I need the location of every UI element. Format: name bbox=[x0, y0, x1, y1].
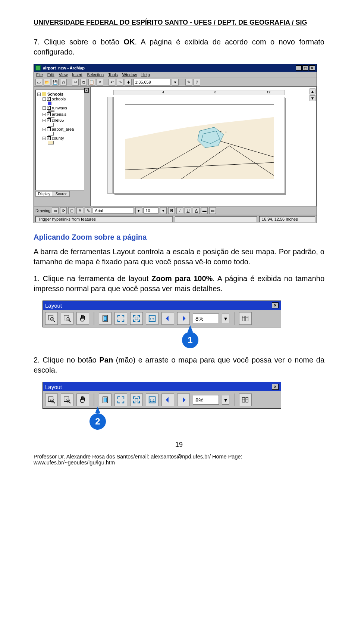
tree-collapse-icon[interactable]: − bbox=[37, 93, 41, 96]
font-dropdown[interactable]: ▾ bbox=[135, 207, 142, 214]
toggle-draft-mode-button[interactable] bbox=[239, 393, 252, 406]
save-button[interactable]: 💾 bbox=[52, 79, 59, 85]
svg-line-11 bbox=[54, 321, 55, 322]
fixed-zoom-in-button[interactable] bbox=[114, 312, 127, 325]
minimize-button[interactable]: _ bbox=[296, 65, 302, 71]
maximize-button[interactable]: □ bbox=[302, 65, 308, 71]
tree-collapse-icon[interactable]: − bbox=[43, 137, 46, 140]
redo-button[interactable]: ↷ bbox=[117, 79, 123, 85]
add-data-button[interactable]: ✚ bbox=[125, 79, 132, 85]
help-button[interactable]: ? bbox=[194, 79, 200, 85]
pan-page-button[interactable] bbox=[76, 393, 89, 406]
layer-name: runways bbox=[52, 106, 67, 110]
font-size-dropdown[interactable]: ▾ bbox=[160, 207, 167, 214]
zoom-percent-dropdown[interactable]: ▾ bbox=[222, 395, 229, 405]
layer-checkbox[interactable] bbox=[47, 97, 51, 101]
zoom-percent-dropdown[interactable]: ▾ bbox=[222, 314, 229, 323]
scale-input[interactable]: 1:35,659 bbox=[133, 79, 170, 85]
layout-toolbar-close-button[interactable]: × bbox=[272, 302, 279, 308]
layer-checkbox[interactable] bbox=[47, 127, 51, 131]
menu-file[interactable]: File bbox=[36, 72, 43, 77]
menu-insert[interactable]: Insert bbox=[72, 72, 82, 77]
draw-text-button[interactable]: A bbox=[76, 207, 83, 214]
menu-view[interactable]: View bbox=[59, 72, 68, 77]
zoom-whole-page-button[interactable] bbox=[99, 393, 112, 406]
pan-page-button[interactable] bbox=[76, 312, 89, 325]
scroll-down-button[interactable]: ▼ bbox=[310, 95, 315, 101]
toc-tree[interactable]: −Schools −schools −runways −arterials −c… bbox=[35, 90, 84, 190]
fill-color-button[interactable]: ▬ bbox=[201, 207, 208, 214]
new-button[interactable]: ▭ bbox=[35, 79, 42, 85]
fixed-zoom-out-button[interactable] bbox=[130, 393, 143, 406]
draw-shape-button[interactable]: ◻ bbox=[68, 207, 75, 214]
line-color-button[interactable]: ▭ bbox=[209, 207, 216, 214]
paste-button[interactable]: 📋 bbox=[88, 79, 95, 85]
ruler-mark: 8 bbox=[214, 90, 216, 94]
underline-button[interactable]: U bbox=[185, 207, 191, 214]
italic-button[interactable]: I bbox=[176, 207, 183, 214]
menu-selection[interactable]: Selection bbox=[87, 72, 104, 77]
fixed-zoom-in-button[interactable] bbox=[114, 393, 127, 406]
close-button[interactable]: × bbox=[309, 65, 315, 71]
menu-tools[interactable]: Tools bbox=[108, 72, 118, 77]
menu-edit[interactable]: Edit bbox=[47, 72, 54, 77]
editor-toolbar-button[interactable]: ✎ bbox=[185, 79, 192, 85]
zoom-100-button[interactable]: 1:1 bbox=[146, 393, 158, 406]
go-forward-extent-button[interactable] bbox=[177, 312, 190, 325]
scroll-up-button[interactable]: ▲ bbox=[310, 88, 315, 94]
menu-window[interactable]: Window bbox=[122, 72, 137, 77]
layer-swatch bbox=[48, 132, 54, 136]
zoom-100-button[interactable]: 1:1 bbox=[146, 312, 158, 325]
layout-toolbar-title: Layout bbox=[45, 302, 62, 309]
go-back-extent-button[interactable] bbox=[161, 312, 174, 325]
font-select[interactable]: Arial bbox=[93, 208, 134, 214]
zoom-in-page-button[interactable] bbox=[45, 393, 58, 406]
toggle-draft-mode-button[interactable] bbox=[239, 312, 252, 325]
layer-checkbox[interactable] bbox=[47, 136, 51, 140]
zoom-percent-input[interactable]: 8% bbox=[193, 395, 219, 405]
tree-collapse-icon[interactable]: − bbox=[43, 113, 46, 116]
layout-toolbar-1: Layout × 1:1 8% ▾ bbox=[43, 301, 281, 327]
open-button[interactable]: 📂 bbox=[44, 79, 50, 85]
toc-tab-display[interactable]: Display bbox=[35, 191, 53, 197]
layer-checkbox[interactable] bbox=[47, 112, 51, 116]
svg-line-34 bbox=[69, 402, 71, 404]
print-button[interactable]: ⎙ bbox=[60, 79, 67, 85]
map-frame[interactable]: ▪ bbox=[125, 105, 274, 179]
horizontal-ruler: 4 8 12 bbox=[113, 90, 285, 95]
zoom-whole-page-button[interactable] bbox=[99, 312, 112, 325]
footer-text: Professor Dr. Alexandre Rosa dos Santos/… bbox=[34, 454, 324, 466]
go-forward-extent-button[interactable] bbox=[177, 393, 190, 406]
layout-toolbar-close-button[interactable]: × bbox=[272, 384, 279, 390]
zoom-percent-input[interactable]: 8% bbox=[193, 314, 219, 323]
layer-swatch bbox=[48, 141, 54, 144]
layer-checkbox[interactable] bbox=[47, 118, 51, 122]
bold-button[interactable]: B bbox=[168, 207, 175, 214]
zoom-out-page-button[interactable] bbox=[61, 312, 73, 325]
scale-dropdown[interactable]: ▾ bbox=[172, 79, 179, 85]
go-back-extent-button[interactable] bbox=[161, 393, 174, 406]
copy-button[interactable]: ⧉ bbox=[80, 79, 87, 85]
svg-rect-19 bbox=[104, 317, 106, 321]
tree-collapse-icon[interactable]: − bbox=[43, 128, 46, 131]
standard-toolbar: ▭ 📂 💾 ⎙ ✂ ⧉ 📋 × ↶ ↷ ✚ 1:35,659 ▾ ✎ ? bbox=[34, 78, 317, 87]
menu-help[interactable]: Help bbox=[141, 72, 150, 77]
layout-view[interactable]: 4 8 12 bbox=[91, 87, 317, 206]
tree-collapse-icon[interactable]: − bbox=[43, 97, 46, 101]
tree-collapse-icon[interactable]: − bbox=[43, 119, 46, 122]
fixed-zoom-out-button[interactable] bbox=[130, 312, 143, 325]
undo-button[interactable]: ↶ bbox=[109, 79, 115, 85]
toc-tab-source[interactable]: Source bbox=[53, 191, 70, 197]
zoom-in-page-button[interactable] bbox=[45, 312, 58, 325]
font-color-button[interactable]: A bbox=[193, 207, 200, 214]
draw-select-button[interactable]: ▭ bbox=[52, 207, 59, 214]
toc-close-button[interactable]: × bbox=[84, 88, 89, 93]
cut-button[interactable]: ✂ bbox=[72, 79, 79, 85]
zoom-out-page-button[interactable] bbox=[61, 393, 73, 406]
delete-button[interactable]: × bbox=[97, 79, 103, 85]
tree-collapse-icon[interactable]: − bbox=[43, 106, 46, 110]
font-size-input[interactable]: 10 bbox=[144, 208, 158, 214]
layer-checkbox[interactable] bbox=[47, 106, 51, 110]
draw-edit-button[interactable]: ✎ bbox=[85, 207, 91, 214]
draw-rotate-button[interactable]: ⟳ bbox=[60, 207, 67, 214]
